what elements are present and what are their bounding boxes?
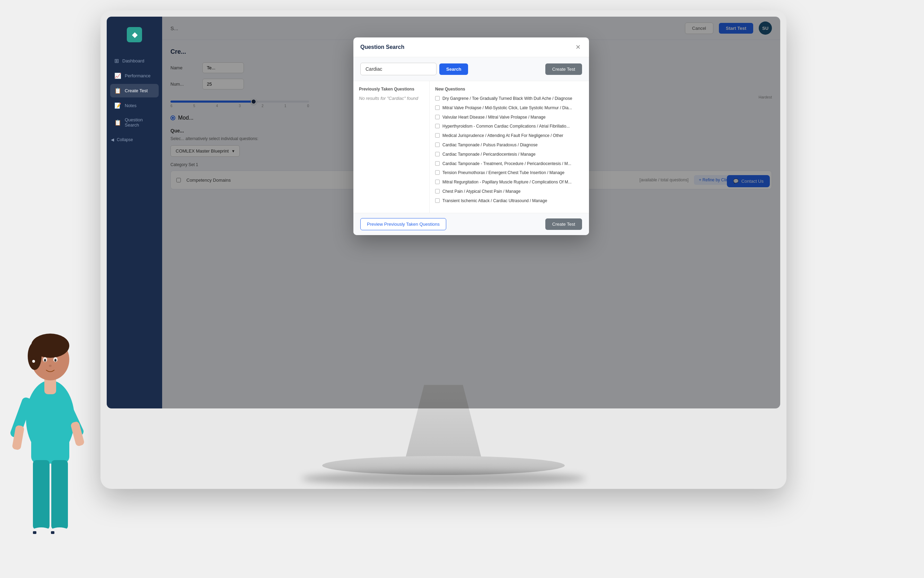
svg-rect-21 (51, 531, 54, 534)
modal-overlay: Question Search ✕ Search Create Test (162, 17, 780, 408)
create-test-footer-button[interactable]: Create Test (545, 218, 582, 230)
sidebar-item-performance[interactable]: 📈 Performance (110, 69, 159, 83)
question-item[interactable]: Dry Gangrene / Toe Gradually Turned Blac… (435, 96, 583, 102)
svg-point-8 (44, 359, 46, 362)
previously-taken-panel: Previously Taken Questions No results fo… (353, 81, 430, 213)
svg-rect-17 (51, 460, 68, 529)
sidebar-item-label: Notes (125, 103, 136, 108)
monitor-screen: ◆ ⊞ Dashboard 📈 Performance 📋 Create Tes… (107, 17, 780, 408)
question-text-10: Chest Pain / Atypical Chest Pain / Manag… (442, 188, 520, 195)
monitor: ◆ ⊞ Dashboard 📈 Performance 📋 Create Tes… (100, 10, 786, 489)
collapse-icon: ◀ (111, 137, 114, 142)
no-results-text: No results for "Cardiac" found (359, 96, 424, 101)
question-text-4: Medical Jurisprudence / Attending At Fau… (442, 133, 563, 139)
preview-button[interactable]: Preview Previously Taken Questions (360, 218, 446, 230)
question-item[interactable]: Chest Pain / Atypical Chest Pain / Manag… (435, 188, 583, 195)
modal-close-button[interactable]: ✕ (574, 43, 582, 51)
question-checkbox-0[interactable] (435, 96, 440, 101)
question-search-modal: Question Search ✕ Search Create Test (353, 37, 589, 235)
question-item[interactable]: Hyperthyroidism - Common Cardiac Complic… (435, 123, 583, 129)
svg-point-10 (49, 365, 52, 367)
question-item[interactable]: Mitral Regurgitation - Papillary Muscle … (435, 179, 583, 185)
new-questions-header: New Questions (435, 87, 583, 91)
question-item[interactable]: Cardiac Tamponade / Pulsus Paradoxus / D… (435, 142, 583, 148)
main-content: S... Cancel Start Test SU Cre... Name (162, 17, 780, 408)
question-text-2: Valvular Heart Disease / Mitral Valve Pr… (442, 114, 546, 120)
notes-icon: 📝 (114, 102, 121, 109)
modal-footer: Preview Previously Taken Questions Creat… (353, 213, 589, 235)
sidebar-logo: ◆ (107, 24, 162, 46)
question-item[interactable]: Transient Ischemic Attack / Cardiac Ultr… (435, 198, 583, 204)
sidebar: ◆ ⊞ Dashboard 📈 Performance 📋 Create Tes… (107, 17, 162, 408)
question-checkbox-9[interactable] (435, 180, 440, 184)
svg-point-5 (28, 342, 42, 370)
svg-rect-20 (33, 531, 36, 534)
question-checkbox-2[interactable] (435, 115, 440, 119)
question-checkbox-10[interactable] (435, 189, 440, 193)
sidebar-item-create-test[interactable]: 📋 Create Test (110, 84, 159, 97)
svg-point-9 (54, 359, 57, 362)
question-search-input[interactable] (360, 63, 437, 75)
question-item[interactable]: Cardiac Tamponade - Treatment, Procedure… (435, 161, 583, 167)
svg-rect-16 (33, 460, 50, 529)
question-item[interactable]: Mitral Valve Prolapse / Mid-Systolic Cli… (435, 105, 583, 111)
modal-search-row: Search Create Test (353, 57, 589, 81)
question-item[interactable]: Cardiac Tamponade / Pericardiocentesis /… (435, 151, 583, 157)
collapse-label: Collapse (117, 137, 133, 142)
question-item[interactable]: Medical Jurisprudence / Attending At Fau… (435, 133, 583, 139)
question-text-9: Mitral Regurgitation - Papillary Muscle … (442, 179, 572, 185)
sidebar-item-label: Question Search (125, 117, 155, 128)
create-test-modal-button[interactable]: Create Test (545, 63, 582, 75)
question-item[interactable]: Tension Pneumothorax / Emergent Chest Tu… (435, 170, 583, 176)
performance-icon: 📈 (114, 73, 121, 79)
sidebar-nav: ⊞ Dashboard 📈 Performance 📋 Create Test … (107, 54, 162, 131)
sidebar-item-label: Performance (125, 73, 150, 78)
question-checkbox-11[interactable] (435, 198, 440, 203)
question-checkbox-7[interactable] (435, 161, 440, 166)
sidebar-item-dashboard[interactable]: ⊞ Dashboard (110, 54, 159, 68)
question-text-3: Hyperthyroidism - Common Cardiac Complic… (442, 123, 570, 129)
question-text-0: Dry Gangrene / Toe Gradually Turned Blac… (442, 96, 572, 102)
question-text-1: Mitral Valve Prolapse / Mid-Systolic Cli… (442, 105, 572, 111)
question-checkbox-4[interactable] (435, 133, 440, 138)
create-test-icon: 📋 (114, 88, 121, 94)
question-checkbox-1[interactable] (435, 106, 440, 110)
dashboard-icon: ⊞ (114, 58, 119, 64)
monitor-shadow (301, 472, 586, 485)
app-container: ◆ ⊞ Dashboard 📈 Performance 📋 Create Tes… (107, 17, 780, 408)
svg-point-11 (32, 360, 35, 363)
question-checkbox-6[interactable] (435, 152, 440, 156)
question-text-6: Cardiac Tamponade / Pericardiocentesis /… (442, 151, 536, 157)
logo-icon: ◆ (127, 27, 142, 42)
previously-taken-header: Previously Taken Questions (359, 87, 424, 91)
sidebar-item-notes[interactable]: 📝 Notes (110, 99, 159, 112)
modal-header: Question Search ✕ (353, 37, 589, 57)
sidebar-collapse[interactable]: ◀ Collapse (107, 134, 162, 146)
question-checkbox-3[interactable] (435, 124, 440, 128)
new-questions-panel: New Questions Dry Gangrene / Toe Gradual… (430, 81, 589, 213)
question-text-7: Cardiac Tamponade - Treatment, Procedure… (442, 161, 571, 167)
sidebar-item-question-search[interactable]: 📋 Question Search (110, 114, 159, 131)
questions-list: Dry Gangrene / Toe Gradually Turned Blac… (435, 96, 583, 204)
search-button[interactable]: Search (439, 63, 468, 75)
sidebar-item-label: Dashboard (122, 58, 144, 63)
question-search-icon: 📋 (114, 119, 121, 126)
question-checkbox-5[interactable] (435, 143, 440, 147)
modal-title: Question Search (360, 44, 404, 50)
question-checkbox-8[interactable] (435, 170, 440, 175)
question-text-8: Tension Pneumothorax / Emergent Chest Tu… (442, 170, 565, 176)
modal-body: Previously Taken Questions No results fo… (353, 81, 589, 213)
question-text-5: Cardiac Tamponade / Pulsus Paradoxus / D… (442, 142, 538, 148)
question-text-11: Transient Ischemic Attack / Cardiac Ultr… (442, 198, 547, 204)
question-item[interactable]: Valvular Heart Disease / Mitral Valve Pr… (435, 114, 583, 120)
nurse-illustration (0, 273, 100, 578)
sidebar-item-label: Create Test (125, 88, 147, 93)
